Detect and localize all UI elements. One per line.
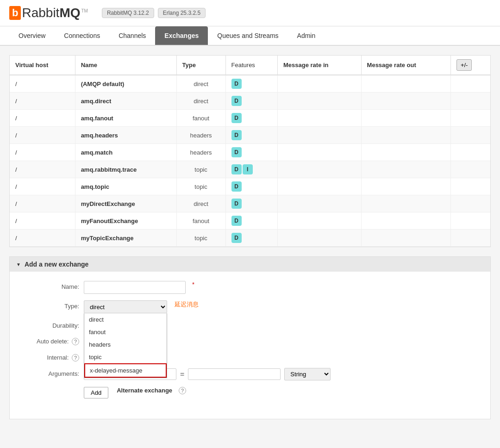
cell-action [450, 75, 490, 93]
cell-features: DI [225, 161, 277, 178]
table-row: /amq.matchheadersD [10, 144, 490, 161]
cell-vhost: / [10, 230, 75, 247]
cell-action [450, 110, 490, 127]
add-button[interactable]: Add [84, 387, 108, 398]
cell-type: topic [176, 230, 225, 247]
collapse-arrow: ▼ [16, 262, 21, 267]
col-plus-minus[interactable]: +/- [450, 56, 490, 75]
nav-exchanges[interactable]: Exchanges [155, 26, 208, 45]
cell-rate-out [361, 230, 450, 247]
cell-rate-in [278, 230, 362, 247]
dropdown-option-headers[interactable]: headers [84, 338, 167, 351]
cell-rate-out [361, 195, 450, 212]
internal-help[interactable]: ? [72, 354, 79, 361]
cell-vhost: / [10, 127, 75, 144]
cell-vhost: / [10, 75, 75, 93]
feature-badge: D [231, 113, 242, 123]
version-badges: RabbitMQ 3.12.2 Erlang 25.3.2.5 [102, 8, 206, 18]
type-dropdown-menu: direct fanout headers topic x-delayed-me… [84, 313, 167, 378]
col-vhost: Virtual host [10, 56, 75, 75]
nav-channels[interactable]: Channels [109, 26, 155, 45]
type-select[interactable]: direct fanout headers topic x-delayed-me… [84, 300, 167, 313]
cell-action [450, 144, 490, 161]
plus-minus-button[interactable]: +/- [456, 59, 472, 71]
feature-badge: D [231, 164, 242, 174]
cell-name[interactable]: (AMQP default) [75, 75, 176, 93]
cell-name[interactable]: myTopicExchange [75, 230, 176, 247]
nav-admin[interactable]: Admin [288, 26, 325, 45]
exchanges-table: Virtual host Name Type Features Message … [10, 56, 490, 247]
rabbitmq-version-badge: RabbitMQ 3.12.2 [102, 8, 154, 18]
logo-rabbit: Rabbit [22, 6, 59, 20]
logo: b RabbitMQTM [9, 6, 88, 20]
cell-name[interactable]: amq.direct [75, 93, 176, 110]
dropdown-option-x-delayed[interactable]: x-delayed-message [84, 363, 167, 378]
cell-rate-in [278, 93, 362, 110]
cell-features: D [225, 110, 277, 127]
nav-connections[interactable]: Connections [55, 26, 109, 45]
cell-type: direct [176, 93, 225, 110]
cell-vhost: / [10, 212, 75, 230]
cell-rate-out [361, 110, 450, 127]
cell-name[interactable]: amq.match [75, 144, 176, 161]
submit-row: Add Alternate exchange ? [28, 387, 472, 398]
cell-rate-out [361, 127, 450, 144]
cell-type: fanout [176, 110, 225, 127]
alt-exchange-label: Alternate exchange [117, 387, 172, 394]
cell-type: direct [176, 195, 225, 212]
cell-rate-out [361, 75, 450, 93]
table-row: /amq.fanoutfanoutD [10, 110, 490, 127]
cell-type: headers [176, 144, 225, 161]
cell-rate-out [361, 93, 450, 110]
cell-features: D [225, 127, 277, 144]
cell-name[interactable]: amq.rabbitmq.trace [75, 161, 176, 178]
cell-rate-out [361, 178, 450, 195]
alt-exchange-help[interactable]: ? [179, 387, 186, 394]
cell-action [450, 230, 490, 247]
args-type-select[interactable]: String Integer Boolean [284, 368, 331, 380]
app-header: b RabbitMQTM RabbitMQ 3.12.2 Erlang 25.3… [0, 0, 500, 26]
cell-features: D [225, 195, 277, 212]
add-exchange-header[interactable]: ▼ Add a new exchange [10, 257, 490, 272]
cell-rate-in [278, 212, 362, 230]
cell-type: headers [176, 127, 225, 144]
cell-name[interactable]: amq.headers [75, 127, 176, 144]
cell-name[interactable]: amq.fanout [75, 110, 176, 127]
cell-action [450, 195, 490, 212]
add-exchange-body: Name: * Type: direct fanout headers topi… [10, 272, 490, 419]
table-row: /(AMQP default)directD [10, 75, 490, 93]
dropdown-option-direct[interactable]: direct [84, 313, 167, 326]
required-star: * [192, 281, 194, 288]
submit-label-spacer [28, 387, 79, 389]
logo-text: RabbitMQTM [22, 6, 88, 20]
args-value-input[interactable] [188, 368, 281, 380]
feature-badge: D [231, 216, 242, 226]
table-row: /myDirectExchangedirectD [10, 195, 490, 212]
name-input[interactable] [84, 281, 186, 294]
dropdown-option-topic[interactable]: topic [84, 351, 167, 363]
cell-vhost: / [10, 195, 75, 212]
feature-badge: D [231, 181, 242, 192]
cell-rate-in [278, 110, 362, 127]
nav-overview[interactable]: Overview [9, 26, 55, 45]
cell-features: D [225, 212, 277, 230]
cell-name[interactable]: myFanoutExchange [75, 212, 176, 230]
cell-name[interactable]: amq.topic [75, 178, 176, 195]
cell-vhost: / [10, 178, 75, 195]
type-label: Type: [28, 300, 79, 310]
cell-type: topic [176, 161, 225, 178]
auto-delete-help[interactable]: ? [72, 338, 79, 345]
cell-rate-in [278, 127, 362, 144]
cell-name[interactable]: myDirectExchange [75, 195, 176, 212]
col-name: Name [75, 56, 176, 75]
cell-vhost: / [10, 144, 75, 161]
logo-mq: MQ [59, 6, 80, 20]
cell-type: direct [176, 75, 225, 93]
feature-badge: D [231, 130, 242, 140]
exchanges-table-container: Virtual host Name Type Features Message … [9, 55, 491, 247]
name-label: Name: [28, 281, 79, 290]
dropdown-option-fanout[interactable]: fanout [84, 326, 167, 338]
nav-queues[interactable]: Queues and Streams [208, 26, 288, 45]
add-exchange-title: Add a new exchange [25, 261, 88, 268]
table-row: /amq.topictopicD [10, 178, 490, 195]
